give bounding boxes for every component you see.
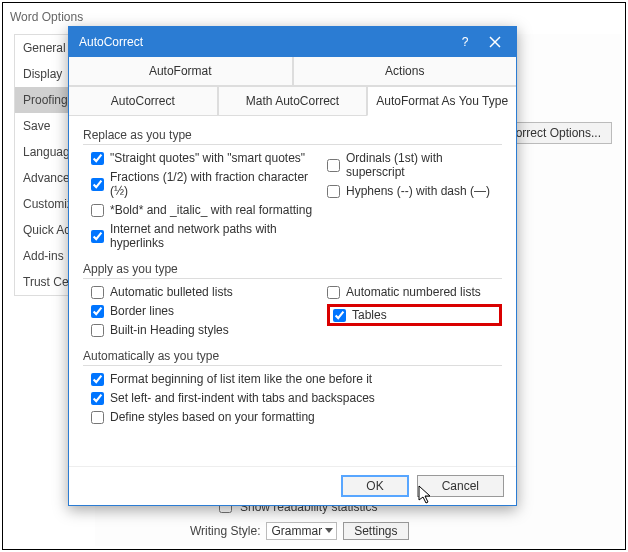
chk-bold-italic[interactable]: *Bold* and _italic_ with real formatting <box>91 203 327 217</box>
chk-border-lines[interactable]: Border lines <box>91 304 327 318</box>
group-apply-title: Apply as you type <box>83 262 502 276</box>
chk-define-styles[interactable]: Define styles based on your formatting <box>91 410 502 424</box>
chk-fractions[interactable]: Fractions (1/2) with fraction character … <box>91 170 327 198</box>
ok-button[interactable]: OK <box>341 475 408 497</box>
parent-window-title: Word Options <box>10 10 83 24</box>
dialog-title: AutoCorrect <box>79 35 450 49</box>
tabs-upper-row: AutoFormat Actions <box>69 57 516 86</box>
settings-button[interactable]: Settings <box>343 522 408 540</box>
chk-hyphens-dash[interactable]: Hyphens (--) with dash (—) <box>327 184 502 198</box>
tab-autoformat-as-you-type[interactable]: AutoFormat As You Type <box>367 86 516 116</box>
chk-heading-styles[interactable]: Built-in Heading styles <box>91 323 327 337</box>
help-icon[interactable]: ? <box>450 28 480 56</box>
chk-tables[interactable]: Tables <box>333 308 387 322</box>
chk-format-beginning[interactable]: Format beginning of list item like the o… <box>91 372 502 386</box>
autocorrect-options-button[interactable]: orrect Options... <box>505 122 612 144</box>
chk-indent-tabs[interactable]: Set left- and first-indent with tabs and… <box>91 391 502 405</box>
chk-numbered-lists[interactable]: Automatic numbered lists <box>327 285 502 299</box>
highlight-tables: Tables <box>327 304 502 326</box>
tabs-lower-row: AutoCorrect Math AutoCorrect AutoFormat … <box>69 86 516 116</box>
chk-smart-quotes[interactable]: "Straight quotes" with "smart quotes" <box>91 151 327 165</box>
group-auto-title: Automatically as you type <box>83 349 502 363</box>
cancel-button[interactable]: Cancel <box>417 475 504 497</box>
tab-math-autocorrect[interactable]: Math AutoCorrect <box>218 86 368 116</box>
writing-style-label: Writing Style: <box>190 524 260 538</box>
chk-ordinals[interactable]: Ordinals (1st) with superscript <box>327 151 502 179</box>
group-replace-title: Replace as you type <box>83 128 502 142</box>
tab-autoformat[interactable]: AutoFormat <box>69 57 293 86</box>
tab-autocorrect[interactable]: AutoCorrect <box>69 86 218 116</box>
chk-hyperlinks[interactable]: Internet and network paths with hyperlin… <box>91 222 327 250</box>
close-icon[interactable] <box>480 28 510 56</box>
dialog-button-row: OK Cancel <box>69 466 516 505</box>
chk-bulleted-lists[interactable]: Automatic bulleted lists <box>91 285 327 299</box>
tab-actions[interactable]: Actions <box>293 57 517 86</box>
dialog-body: Replace as you type "Straight quotes" wi… <box>69 116 516 466</box>
dialog-titlebar: AutoCorrect ? <box>69 27 516 57</box>
writing-style-dropdown[interactable]: Grammar <box>266 522 337 540</box>
autocorrect-dialog: AutoCorrect ? AutoFormat Actions AutoCor… <box>68 26 517 506</box>
